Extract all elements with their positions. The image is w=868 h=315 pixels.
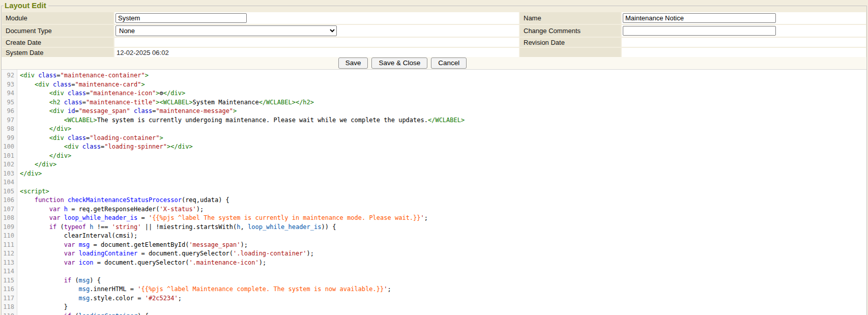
line-number: 96 xyxy=(2,107,17,116)
line-number: 119 xyxy=(2,312,17,315)
create-date-label: Create Date xyxy=(2,38,113,47)
line-number: 104 xyxy=(2,178,17,187)
line-number: 99 xyxy=(2,134,17,143)
code-line: <div class="maintenance-container"> xyxy=(20,71,866,80)
create-date-value xyxy=(114,38,519,47)
line-number: 117 xyxy=(2,294,17,303)
code-line: <div class="loading-container"> xyxy=(20,134,866,143)
code-line xyxy=(20,267,866,276)
code-line: clearInterval(cmsi); xyxy=(20,232,866,241)
line-number: 101 xyxy=(2,152,17,161)
code-line: <div id="message_span" class="maintenanc… xyxy=(20,107,866,116)
line-number: 113 xyxy=(2,259,17,268)
page-title: Layout Edit xyxy=(4,1,48,10)
code-line: if (loadingContainer) { xyxy=(20,312,866,315)
editor-code: <div class="maintenance-container"> <div… xyxy=(17,70,866,315)
code-line: <h2 class="maintenance-title"><WCLABEL>S… xyxy=(20,98,866,107)
code-line: var h = req.getResponseHeader('X-status'… xyxy=(20,205,866,214)
name-value-cell xyxy=(622,12,866,24)
system-date-value: 12-02-2025 06:02 xyxy=(114,48,519,57)
layout-edit-form: Module Name Document Type None Change Co… xyxy=(2,12,866,57)
save-and-close-button[interactable]: Save & Close xyxy=(371,58,427,69)
document-type-select[interactable]: None xyxy=(115,25,337,36)
blank-label-cell xyxy=(520,48,621,57)
line-number: 95 xyxy=(2,98,17,107)
revision-date-value xyxy=(622,38,866,47)
line-number: 103 xyxy=(2,169,17,179)
line-number: 114 xyxy=(2,267,17,276)
line-number: 92 xyxy=(2,71,17,80)
line-number: 105 xyxy=(2,187,17,196)
line-number: 100 xyxy=(2,142,17,152)
code-editor[interactable]: 9293949596979899100101102103104105106107… xyxy=(2,69,866,315)
save-button[interactable]: Save xyxy=(338,58,368,69)
line-number: 112 xyxy=(2,249,17,259)
system-date-label: System Date xyxy=(2,48,113,57)
code-line: <div class="maintenance-card"> xyxy=(20,80,866,90)
code-line: msg.style.color = '#2c5234'; xyxy=(20,294,866,303)
code-line: if (typeof h !== 'string' || !miestring.… xyxy=(20,223,866,232)
code-line: msg.innerHTML = '{{%pjs ^label Maintenan… xyxy=(20,285,866,294)
module-value-cell xyxy=(114,12,519,24)
line-number: 116 xyxy=(2,285,17,294)
line-number: 118 xyxy=(2,303,17,312)
document-type-label: Document Type xyxy=(2,25,113,37)
module-label: Module xyxy=(2,12,113,24)
change-comments-input[interactable] xyxy=(623,26,776,36)
layout-edit-page: Layout Edit Module Name Document Type No… xyxy=(0,0,868,315)
line-number: 111 xyxy=(2,241,17,250)
line-number: 94 xyxy=(2,89,17,98)
cancel-button[interactable]: Cancel xyxy=(431,58,467,69)
line-number: 108 xyxy=(2,214,17,223)
line-number: 109 xyxy=(2,223,17,232)
line-number: 102 xyxy=(2,160,17,169)
line-number: 97 xyxy=(2,116,17,125)
module-input[interactable] xyxy=(115,13,247,23)
line-number: 107 xyxy=(2,205,17,214)
line-number: 115 xyxy=(2,276,17,285)
code-line: function checkMaintenanceStatusProcessor… xyxy=(20,196,866,205)
code-line: } xyxy=(20,303,866,312)
name-input[interactable] xyxy=(623,13,776,23)
editor-gutter: 9293949596979899100101102103104105106107… xyxy=(2,70,17,315)
name-label: Name xyxy=(520,12,621,24)
code-line: var loop_while_header_is = '{{%pjs ^labe… xyxy=(20,214,866,223)
code-line: <WCLABEL>The system is currently undergo… xyxy=(20,116,866,125)
code-line: </div> xyxy=(20,160,866,169)
code-line: <script> xyxy=(20,187,866,196)
button-row: Save Save & Close Cancel xyxy=(2,57,866,69)
code-line: var icon = document.querySelector('.main… xyxy=(20,259,866,268)
code-line: var loadingContainer = document.querySel… xyxy=(20,249,866,259)
code-line xyxy=(20,178,866,187)
code-line: </div> xyxy=(20,152,866,161)
code-line: </div> xyxy=(20,169,866,179)
document-type-value-cell: None xyxy=(114,25,519,37)
line-number: 98 xyxy=(2,125,17,134)
line-number: 110 xyxy=(2,232,17,241)
code-line: if (msg) { xyxy=(20,276,866,285)
code-line: <div class="loading-spinner"></div> xyxy=(20,142,866,152)
line-number: 106 xyxy=(2,196,17,205)
code-line: </div> xyxy=(20,125,866,134)
code-line: <div class="maintenance-icon">⚙</div> xyxy=(20,89,866,98)
change-comments-value-cell xyxy=(622,25,866,37)
revision-date-label: Revision Date xyxy=(520,38,621,47)
line-number: 93 xyxy=(2,80,17,90)
code-line: var msg = document.getElementById('messa… xyxy=(20,241,866,250)
blank-value-cell xyxy=(622,48,866,57)
change-comments-label: Change Comments xyxy=(520,25,621,37)
